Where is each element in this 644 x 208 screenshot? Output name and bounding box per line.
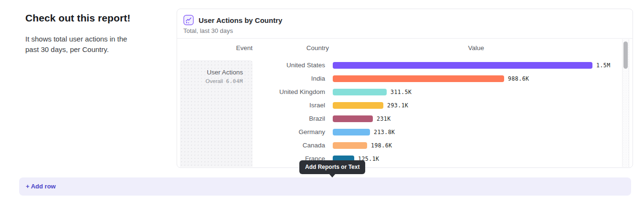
chart-area: Event Country Value User Actions Overall… (177, 39, 633, 167)
scrollbar-thumb[interactable] (623, 42, 628, 69)
country-label: Brazil (177, 112, 325, 125)
country-label: India (177, 72, 325, 85)
country-label: Germany (177, 125, 325, 139)
intro-block: Check out this report! It shows total us… (25, 12, 142, 55)
value-bar[interactable] (333, 129, 370, 135)
column-header-country: Country (257, 44, 329, 52)
value-label: 311.5K (391, 85, 412, 99)
page-title: Check out this report! (25, 12, 142, 24)
value-bar[interactable] (333, 102, 383, 109)
chart-row[interactable]: Canada198.6K (177, 139, 633, 152)
value-label: 293.1K (387, 99, 409, 112)
value-bar[interactable] (333, 89, 387, 95)
column-header-event: Event (180, 44, 253, 52)
value-bar[interactable] (333, 115, 373, 122)
page-description: It shows total user actions in the past … (25, 34, 142, 55)
tooltip-arrow-icon (329, 174, 336, 177)
value-bar[interactable] (333, 62, 592, 69)
value-label: 1.5M (596, 59, 611, 72)
chart-row[interactable]: India988.6K (177, 72, 633, 85)
column-header-value: Value (412, 44, 484, 52)
chart-row[interactable]: France125.1K (177, 152, 633, 166)
country-label: United Kingdom (177, 85, 325, 99)
card-header: User Actions by Country Total, last 30 d… (177, 9, 633, 39)
value-label: 988.6K (508, 72, 529, 85)
bar-rows: United States1.5MIndia988.6KUnited Kingd… (177, 59, 633, 166)
value-label: 213.8K (374, 125, 395, 139)
report-card: User Actions by Country Total, last 30 d… (177, 9, 633, 168)
tooltip-label: Add Reports or Text (305, 164, 359, 170)
add-reports-tooltip: Add Reports or Text (299, 160, 365, 174)
country-label: Canada (177, 139, 325, 152)
chart-row[interactable]: Germany213.8K (177, 125, 633, 139)
value-bar[interactable] (333, 75, 504, 82)
value-label: 231K (377, 112, 391, 125)
chart-row[interactable]: United States1.5M (177, 59, 633, 72)
chart-row[interactable]: Israel293.1K (177, 99, 633, 112)
value-bar[interactable] (333, 142, 367, 149)
country-label: United States (177, 59, 325, 72)
chart-row[interactable]: Brazil231K (177, 112, 633, 125)
add-row-label: + Add row (26, 183, 56, 190)
card-title: User Actions by Country (199, 16, 282, 24)
scrollbar[interactable] (622, 39, 629, 167)
value-label: 198.6K (371, 139, 392, 152)
chart-row[interactable]: United Kingdom311.5K (177, 85, 633, 99)
card-subtitle: Total, last 30 days (183, 27, 626, 34)
country-label: Israel (177, 99, 325, 112)
line-chart-icon (183, 15, 194, 25)
add-row-button[interactable]: + Add row (19, 177, 631, 196)
